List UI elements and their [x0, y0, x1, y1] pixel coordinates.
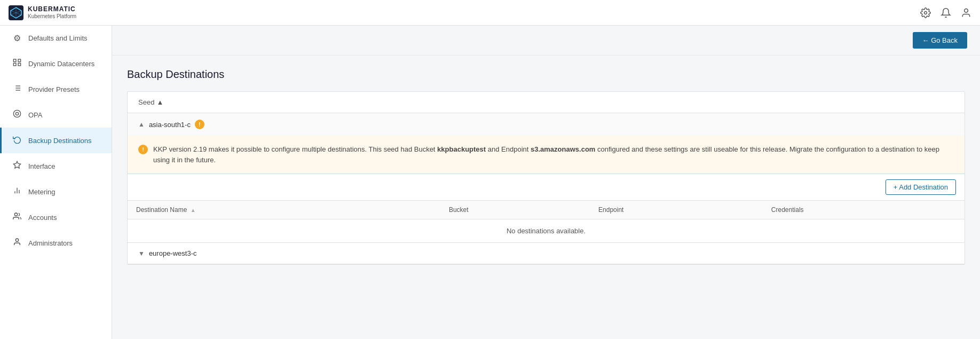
svg-point-20 [15, 239, 18, 241]
sidebar-label-presets: Provider Presets [28, 85, 80, 93]
defaults-icon: ⚙ [12, 33, 22, 43]
sidebar-item-administrators[interactable]: Administrators [0, 230, 112, 256]
sidebar-label-metering: Metering [28, 188, 56, 196]
seed-sort-icon: ▲ [156, 98, 163, 106]
bell-icon[interactable] [941, 7, 951, 18]
sidebar-label-datacenters: Dynamic Datacenters [28, 60, 94, 68]
bucket-name: kkpbackuptest [437, 145, 486, 153]
chevron-down-icon: ▼ [138, 250, 145, 257]
col-credentials: Credentials [763, 201, 965, 219]
sidebar-label-interface: Interface [28, 162, 56, 170]
seed-header[interactable]: Seed ▲ [128, 92, 965, 113]
sidebar: ⚙ Defaults and Limits Dynamic Datacenter… [0, 26, 112, 339]
warning-badge-asia: ! [195, 120, 204, 129]
sidebar-label-admin: Administrators [28, 239, 73, 247]
content-area: Backup Destinations Seed ▲ ▲ asia-south1… [112, 56, 980, 339]
sidebar-item-provider-presets[interactable]: Provider Presets [0, 76, 112, 102]
topbar: KUBERMATIC Kubernetes Platform [0, 0, 980, 26]
svg-point-13 [13, 110, 20, 117]
endpoint-name: s3.amazonaws.com [531, 145, 595, 153]
svg-point-14 [15, 112, 18, 115]
table-row-empty: No destinations available. [128, 219, 965, 243]
topbar-icons [920, 7, 971, 18]
sidebar-item-backup-destinations[interactable]: Backup Destinations [0, 128, 112, 153]
section-europe-west: ▼ europe-west3-c [128, 243, 965, 264]
backup-panel: Seed ▲ ▲ asia-south1-c ! ! KKP version 2… [127, 91, 965, 265]
svg-point-2 [965, 9, 968, 12]
sidebar-item-metering[interactable]: Metering [0, 179, 112, 204]
goback-bar: ← Go Back [112, 26, 980, 56]
logo-text: KUBERMATIC Kubernetes Platform [28, 5, 76, 19]
sidebar-label-opa: OPA [28, 111, 43, 119]
presets-icon [12, 84, 22, 94]
brand-name: KUBERMATIC [28, 5, 76, 13]
col-bucket: Bucket [440, 201, 590, 219]
warning-icon: ! [138, 145, 148, 154]
settings-icon[interactable] [920, 7, 931, 18]
section-toggle-asia[interactable]: ▲ asia-south1-c ! [128, 113, 965, 136]
sidebar-item-interface[interactable]: Interface [0, 153, 112, 179]
interface-icon [12, 161, 22, 171]
page-title: Backup Destinations [127, 68, 965, 81]
warning-banner: ! KKP version 2.19 makes it possible to … [128, 136, 965, 174]
metering-icon [12, 186, 22, 197]
destinations-table: Destination Name ▲ Bucket Endpoint [128, 201, 965, 242]
add-destination-row: + Add Destination [128, 174, 965, 201]
svg-rect-5 [13, 63, 16, 66]
goback-button[interactable]: ← Go Back [913, 32, 967, 49]
sidebar-item-defaults-limits[interactable]: ⚙ Defaults and Limits [0, 26, 112, 51]
sidebar-label-accounts: Accounts [28, 214, 57, 222]
section-name-europe: europe-west3-c [149, 249, 197, 257]
col-endpoint: Endpoint [590, 201, 763, 219]
dest-name-sort-icon: ▲ [191, 207, 196, 213]
sidebar-item-accounts[interactable]: Accounts [0, 204, 112, 230]
svg-point-19 [14, 213, 17, 216]
chevron-up-icon: ▲ [138, 121, 145, 128]
no-destinations-text: No destinations available. [128, 219, 965, 243]
svg-point-1 [924, 11, 927, 14]
logo-icon [9, 5, 23, 20]
sidebar-label-defaults: Defaults and Limits [28, 34, 88, 42]
add-destination-button[interactable]: + Add Destination [886, 179, 956, 195]
layout: ⚙ Defaults and Limits Dynamic Datacenter… [0, 26, 980, 339]
user-icon[interactable] [961, 7, 971, 18]
section-asia-south: ▲ asia-south1-c ! ! KKP version 2.19 mak… [128, 113, 965, 243]
topbar-left: KUBERMATIC Kubernetes Platform [9, 5, 76, 20]
seed-label: Seed [138, 98, 154, 106]
svg-marker-15 [13, 161, 20, 168]
svg-rect-4 [18, 59, 21, 62]
datacenters-icon [12, 58, 22, 69]
sidebar-item-opa[interactable]: OPA [0, 102, 112, 128]
logo: KUBERMATIC Kubernetes Platform [9, 5, 76, 20]
sidebar-label-backup: Backup Destinations [28, 137, 92, 145]
sidebar-item-dynamic-datacenters[interactable]: Dynamic Datacenters [0, 51, 112, 76]
brand-sub: Kubernetes Platform [28, 13, 76, 20]
svg-rect-3 [13, 59, 16, 62]
backup-icon [12, 135, 22, 146]
admin-icon [12, 238, 22, 248]
main-content: ← Go Back Backup Destinations Seed ▲ ▲ a… [112, 26, 980, 339]
section-name-asia: asia-south1-c [149, 121, 191, 129]
accounts-icon [12, 212, 22, 223]
section-toggle-europe[interactable]: ▼ europe-west3-c [128, 243, 965, 264]
warning-text: KKP version 2.19 makes it possible to co… [153, 144, 954, 165]
col-destination-name[interactable]: Destination Name ▲ [128, 201, 440, 219]
opa-icon [12, 109, 22, 120]
svg-rect-6 [18, 63, 21, 66]
